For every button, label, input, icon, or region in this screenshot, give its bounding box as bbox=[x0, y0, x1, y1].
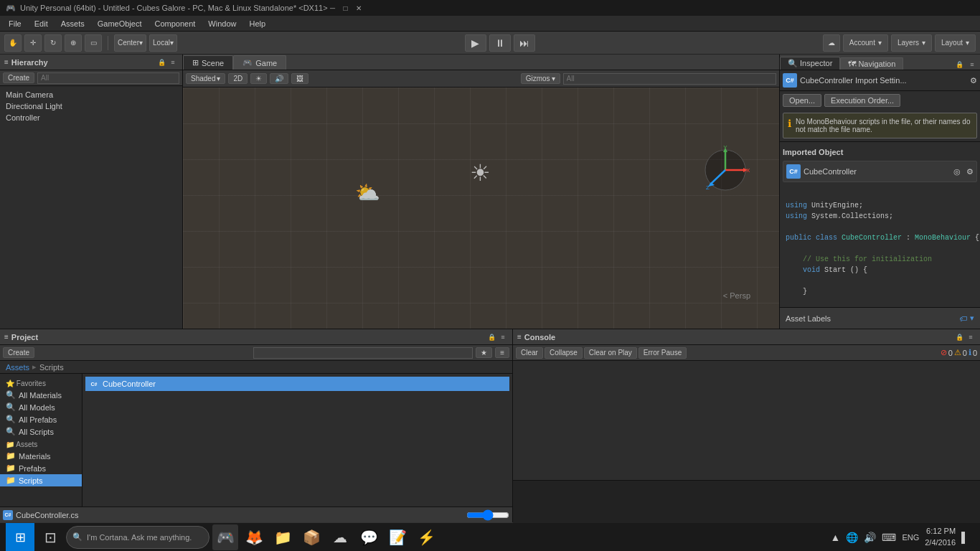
minimize-btn[interactable]: ─ bbox=[328, 3, 338, 13]
unity-taskbar-btn[interactable]: 🎮 bbox=[212, 524, 238, 550]
hierarchy-item-light[interactable]: Directional Light bbox=[0, 100, 182, 112]
tray-volume[interactable]: 🔊 bbox=[864, 532, 876, 543]
firefox-taskbar-btn[interactable]: 🦊 bbox=[241, 524, 267, 550]
inspector-lock-btn[interactable]: 🔒 bbox=[954, 60, 964, 70]
layers-btn[interactable]: Layers ▾ bbox=[891, 34, 932, 52]
project-header: ≡ Project 🔒 ≡ bbox=[0, 329, 512, 345]
hand-tool-btn[interactable]: ✋ bbox=[4, 34, 22, 52]
onedrive-taskbar-btn[interactable]: ☁ bbox=[327, 524, 353, 550]
rotate-tool-btn[interactable]: ↻ bbox=[44, 34, 62, 52]
imported-select-icon[interactable]: ◎ bbox=[953, 167, 961, 176]
hierarchy-item-controller[interactable]: Controller bbox=[0, 112, 182, 123]
sidebar-all-models[interactable]: 🔍 All Models bbox=[0, 401, 82, 413]
menu-window[interactable]: Window bbox=[202, 18, 242, 29]
shading-dropdown[interactable]: Shaded ▾ bbox=[186, 73, 225, 84]
navigation-tab[interactable]: 🗺 Navigation bbox=[840, 57, 903, 70]
console-clear-btn[interactable]: Clear bbox=[516, 347, 543, 359]
project-icon-btn[interactable]: ★ bbox=[476, 347, 492, 358]
lang-label[interactable]: ENG bbox=[902, 533, 919, 542]
layout-label: Layout bbox=[941, 39, 963, 47]
console-log-area[interactable] bbox=[513, 361, 980, 480]
sidebar-prefabs[interactable]: 📁 Prefabs bbox=[0, 462, 82, 474]
close-btn[interactable]: ✕ bbox=[354, 3, 364, 13]
effects-btn[interactable]: 🖼 bbox=[291, 73, 308, 84]
tray-network[interactable]: 🌐 bbox=[846, 532, 858, 543]
scene-search[interactable] bbox=[563, 73, 776, 85]
step-btn[interactable]: ⏭ bbox=[514, 34, 535, 52]
console-detail-area bbox=[513, 480, 980, 523]
sidebar-all-prefabs[interactable]: 🔍 All Prefabs bbox=[0, 413, 82, 425]
store-taskbar-btn[interactable]: 📦 bbox=[298, 524, 324, 550]
console-collapse-btn[interactable]: Collapse bbox=[545, 347, 583, 359]
hierarchy-menu-btn[interactable]: ≡ bbox=[168, 57, 178, 67]
scene-tab[interactable]: ⊞ Scene bbox=[183, 55, 233, 70]
scene-view[interactable]: ☀ ⛅ Y X Z < Persp bbox=[183, 88, 779, 329]
account-btn[interactable]: Account ▾ bbox=[843, 34, 888, 52]
console-lock-btn[interactable]: 🔒 bbox=[954, 332, 964, 342]
mode-2d-btn[interactable]: 2D bbox=[228, 73, 248, 84]
center-btn[interactable]: Center ▾ bbox=[114, 34, 146, 52]
move-tool-btn[interactable]: ✛ bbox=[24, 34, 42, 52]
cloud-btn[interactable]: ☁ bbox=[823, 34, 840, 52]
inspector-menu-btn[interactable]: ≡ bbox=[967, 60, 977, 70]
menu-help[interactable]: Help bbox=[243, 18, 271, 29]
start-btn[interactable]: ⊞ bbox=[6, 523, 34, 552]
zoom-slider[interactable] bbox=[466, 511, 509, 519]
local-btn[interactable]: Local ▾ bbox=[149, 34, 177, 52]
explorer-icon: 📁 bbox=[274, 529, 292, 546]
task-view-btn[interactable]: ⊡ bbox=[37, 524, 63, 550]
execution-order-btn[interactable]: Execution Order... bbox=[824, 94, 900, 107]
show-desktop-btn[interactable]: ▌ bbox=[961, 532, 969, 543]
asset-labels-dropdown[interactable]: ▾ bbox=[970, 314, 974, 323]
menu-assets[interactable]: Assets bbox=[55, 18, 90, 29]
maximize-btn[interactable]: □ bbox=[341, 3, 351, 13]
sidebar-all-materials[interactable]: 🔍 All Materials bbox=[0, 389, 82, 401]
navigation-tab-label: Navigation bbox=[858, 60, 895, 68]
breadcrumb-root[interactable]: Assets bbox=[6, 363, 29, 372]
gizmos-dropdown-icon: ▾ bbox=[552, 75, 555, 83]
tray-keyboard[interactable]: ⌨ bbox=[882, 532, 896, 543]
menu-gameobject[interactable]: GameObject bbox=[92, 18, 148, 29]
sidebar-all-scripts[interactable]: 🔍 All Scripts bbox=[0, 425, 82, 438]
hierarchy-create-btn[interactable]: Create bbox=[3, 72, 34, 83]
project-lock-btn[interactable]: 🔒 bbox=[486, 332, 496, 342]
hierarchy-lock-btn[interactable]: 🔒 bbox=[156, 57, 166, 67]
word-taskbar-btn[interactable]: 📝 bbox=[385, 524, 410, 550]
settings-gear-icon[interactable]: ⚙ bbox=[970, 76, 977, 85]
cortana-search[interactable]: 🔍 I'm Cortana. Ask me anything. bbox=[66, 526, 209, 549]
sidebar-materials[interactable]: 📁 Materials bbox=[0, 450, 82, 462]
explorer-taskbar-btn[interactable]: 📁 bbox=[270, 524, 296, 550]
lighting-btn[interactable]: ☀ bbox=[250, 73, 267, 84]
asset-labels-icon[interactable]: 🏷 bbox=[959, 314, 967, 323]
project-create-btn[interactable]: Create bbox=[3, 347, 34, 358]
unity-icon: 🎮 bbox=[217, 529, 235, 546]
file-cube-controller[interactable]: C# CubeController bbox=[85, 377, 509, 391]
layout-btn[interactable]: Layout ▾ bbox=[935, 34, 976, 52]
imported-gear-icon[interactable]: ⚙ bbox=[966, 167, 974, 176]
rect-tool-btn[interactable]: ▭ bbox=[85, 34, 102, 52]
console-clear-on-play-btn[interactable]: Clear on Play bbox=[584, 347, 637, 359]
audio-btn[interactable]: 🔊 bbox=[270, 73, 288, 84]
hierarchy-search[interactable] bbox=[37, 72, 179, 84]
project-search[interactable] bbox=[253, 347, 473, 359]
skype-taskbar-btn[interactable]: 💬 bbox=[356, 524, 382, 550]
menu-edit[interactable]: Edit bbox=[29, 18, 54, 29]
console-error-pause-btn[interactable]: Error Pause bbox=[639, 347, 687, 359]
sidebar-scripts[interactable]: 📁 Scripts bbox=[0, 474, 82, 486]
console-menu-btn[interactable]: ≡ bbox=[966, 332, 976, 342]
hierarchy-item-camera[interactable]: Main Camera bbox=[0, 89, 182, 100]
project-menu-btn[interactable]: ≡ bbox=[498, 332, 508, 342]
game-tab[interactable]: 🎮 Game bbox=[233, 55, 286, 70]
dev-taskbar-btn[interactable]: ⚡ bbox=[413, 524, 439, 550]
gizmos-btn[interactable]: Gizmos ▾ bbox=[521, 73, 560, 84]
shading-label: Shaded bbox=[191, 75, 215, 83]
scale-tool-btn[interactable]: ⊕ bbox=[65, 34, 82, 52]
inspector-tab[interactable]: 🔍 Inspector bbox=[780, 57, 840, 70]
menu-file[interactable]: File bbox=[3, 18, 27, 29]
tray-chevron[interactable]: ▲ bbox=[831, 532, 841, 543]
open-btn[interactable]: Open... bbox=[783, 94, 821, 107]
pause-btn[interactable]: ⏸ bbox=[489, 34, 511, 52]
project-list-btn[interactable]: ≡ bbox=[495, 347, 509, 358]
play-btn[interactable]: ▶ bbox=[465, 34, 486, 52]
menu-component[interactable]: Component bbox=[149, 18, 201, 29]
